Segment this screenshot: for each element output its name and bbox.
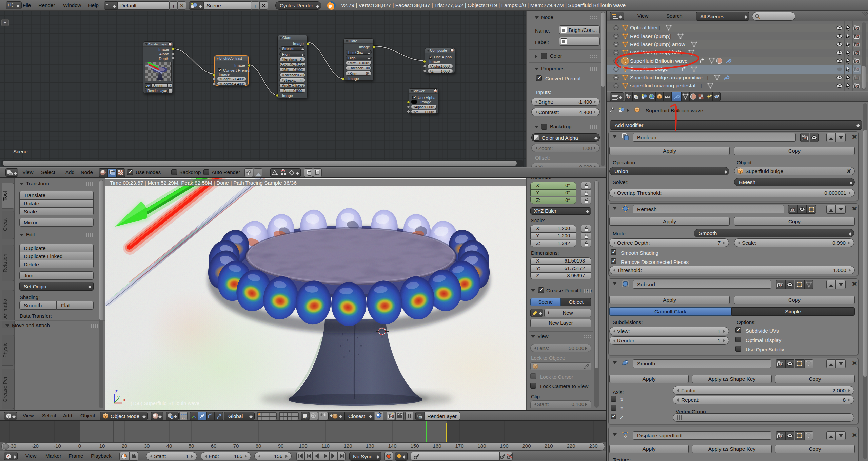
svg-text:Optical fiber: Optical fiber <box>630 25 658 30</box>
svg-text:Superfluid Brillouin wave: Superfluid Brillouin wave <box>630 58 688 64</box>
svg-text:Time:00:23.67 | Mem:52.29M, Pe: Time:00:23.67 | Mem:52.29M, Peak:82.58M … <box>110 180 297 186</box>
svg-text:|: | <box>670 33 671 39</box>
svg-text:|: | <box>684 41 686 47</box>
svg-text:Superfluid bulge array primiti: Superfluid bulge array primitive <box>630 75 703 80</box>
svg-text:|: | <box>659 25 660 30</box>
svg-text:superfluid covering pedestal: superfluid covering pedestal <box>630 83 695 88</box>
svg-text:Red laser (pump) arrow: Red laser (pump) arrow <box>630 41 686 47</box>
svg-text:Red laser (pump): Red laser (pump) <box>630 33 671 39</box>
svg-text:|: | <box>707 75 708 80</box>
svg-text:|: | <box>701 83 702 88</box>
